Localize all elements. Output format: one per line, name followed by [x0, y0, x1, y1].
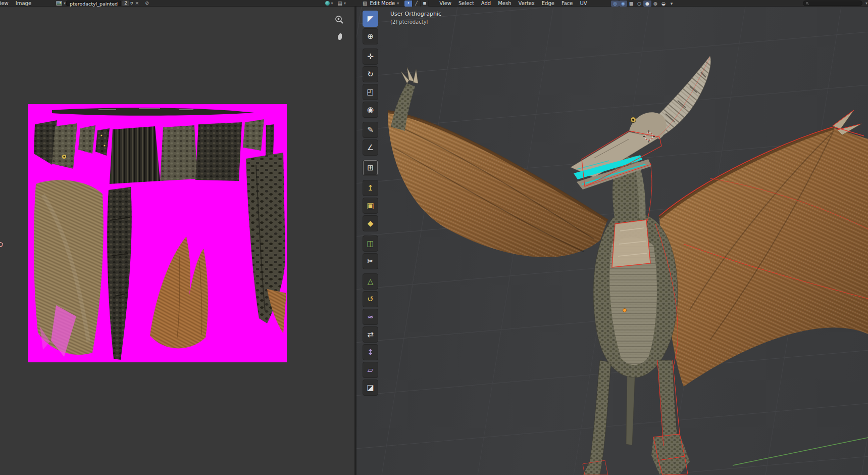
tool-smooth[interactable]: ≈: [363, 309, 378, 325]
edit-mode-icon: ▧: [363, 0, 367, 7]
object-origin-dot: [623, 309, 627, 312]
zoom-in-icon[interactable]: [334, 15, 344, 25]
tool-select-box[interactable]: ◤: [363, 11, 378, 27]
mode-selector[interactable]: ▧ Edit Mode ▾: [362, 0, 399, 7]
tool-cursor[interactable]: ⊕: [363, 28, 378, 44]
shading-rendered-icon[interactable]: ◒: [659, 1, 668, 7]
menu-face[interactable]: Face: [558, 1, 577, 6]
tool-annotate[interactable]: ✎: [363, 122, 378, 138]
blender-window: ViewImage ▾ pterodactyl_painted 2 ⌂ × ⊘ …: [0, 0, 868, 475]
tool-extrude-region[interactable]: ↥: [363, 180, 378, 196]
tool-knife[interactable]: ✂: [363, 253, 378, 269]
header-more-icon[interactable]: ▾: [865, 1, 867, 6]
menu-vertex[interactable]: Vertex: [515, 1, 538, 6]
image-datablock-icon[interactable]: [56, 1, 62, 6]
face-select-button[interactable]: ◼: [421, 1, 429, 7]
tool-shrink-fatten-icon: ↕: [367, 349, 374, 356]
refresh-chevron-icon[interactable]: ▾: [331, 1, 333, 6]
mode-label: Edit Mode: [370, 1, 395, 6]
editor-nav-controls: [333, 15, 345, 41]
shading-solid-icon[interactable]: ●: [643, 1, 651, 7]
tool-poly-build-icon: △: [368, 278, 374, 286]
shading-wireframe-icon[interactable]: ○: [635, 1, 643, 7]
viewport-3d[interactable]: User Orthographic (2) pterodactyl ◤⊕✛↻◰◉…: [356, 7, 868, 475]
tool-add-cube-icon: ⊞: [367, 164, 374, 172]
pin-icon[interactable]: ⊘: [145, 0, 149, 7]
tool-poly-build[interactable]: △: [363, 273, 378, 290]
shading-material-icon[interactable]: ◍: [651, 1, 659, 7]
menu-edge[interactable]: Edge: [538, 1, 558, 6]
tool-measure-icon: ∠: [367, 144, 374, 152]
display-channels-icon[interactable]: ▤: [338, 0, 342, 7]
tool-shrink-fatten[interactable]: ↕: [363, 344, 378, 360]
tool-extrude-region-icon: ↥: [367, 184, 374, 192]
pan-hand-icon[interactable]: [334, 31, 344, 41]
users-count-button[interactable]: 2: [122, 1, 129, 6]
tool-bevel-icon: ◆: [368, 220, 374, 227]
tool-add-cube[interactable]: ⊞: [363, 160, 378, 176]
menu-select[interactable]: Select: [455, 1, 478, 6]
tool-shear[interactable]: ▱: [363, 362, 378, 378]
head: [571, 56, 710, 189]
unlink-button[interactable]: ×: [135, 0, 139, 7]
tool-edge-slide-icon: ⇄: [367, 331, 374, 339]
left-wing: [388, 67, 607, 257]
uv-image-editor[interactable]: [0, 7, 354, 475]
viewport-canvas: [356, 7, 868, 475]
menu-view[interactable]: View: [436, 1, 455, 6]
refresh-orb-icon[interactable]: [325, 1, 330, 6]
search-box[interactable]: [803, 1, 862, 6]
channels-chevron-icon[interactable]: ▾: [344, 1, 346, 6]
tool-measure[interactable]: ∠: [363, 139, 378, 156]
tool-transform[interactable]: ◉: [363, 102, 378, 118]
uv-editor-header: ViewImage ▾ pterodactyl_painted 2 ⌂ × ⊘ …: [0, 0, 354, 7]
tail: [626, 368, 635, 445]
uv-image[interactable]: [28, 104, 287, 362]
tool-rip-region-icon: ◪: [367, 384, 374, 392]
tool-transform-icon: ◉: [367, 106, 374, 114]
menu-add[interactable]: Add: [478, 1, 494, 6]
tool-bevel[interactable]: ◆: [363, 215, 378, 231]
tool-shear-icon: ▱: [368, 366, 374, 374]
tool-edge-slide[interactable]: ⇄: [363, 326, 378, 343]
tool-scale[interactable]: ◰: [363, 84, 378, 100]
shading-dropdown-icon[interactable]: ▾: [668, 1, 676, 7]
mode-chevron-icon: ▾: [397, 1, 399, 6]
cursor-2d: [0, 242, 3, 247]
show-overlays-icon[interactable]: ◉: [619, 1, 627, 7]
toggle-xray-icon[interactable]: ▩: [627, 1, 635, 7]
menu-mesh[interactable]: Mesh: [494, 1, 515, 6]
active-object-label: (2) pterodactyl: [390, 19, 428, 25]
uv-header-right-cluster: ▾ ▤ ▾: [324, 0, 346, 7]
viewport-header-icons: ◎◉▩○●◍◒▾: [611, 1, 676, 7]
tool-loop-cut[interactable]: ◫: [363, 235, 378, 252]
tool-spin-icon: ↺: [367, 296, 374, 303]
vertex-select-button[interactable]: •: [404, 1, 413, 7]
search-input[interactable]: [809, 1, 859, 7]
axis-y-green: [733, 438, 868, 465]
edge-select-button[interactable]: ╱: [413, 1, 421, 7]
select-mode-buttons: •╱◼: [404, 1, 429, 7]
show-gizmo-icon[interactable]: ◎: [611, 1, 619, 7]
tool-smooth-icon: ≈: [367, 313, 374, 321]
menu-view[interactable]: View: [0, 1, 12, 6]
tool-inset-faces-icon: ▣: [367, 202, 374, 210]
tool-move[interactable]: ✛: [363, 49, 378, 65]
uv-menubar: ViewImage: [0, 1, 35, 6]
tool-rip-region[interactable]: ◪: [363, 379, 378, 396]
toolbar: ◤⊕✛↻◰◉✎∠⊞↥▣◆◫✂△↺≈⇄↕▱◪: [363, 7, 378, 475]
uv-texture-canvas: [28, 104, 287, 362]
tool-rotate[interactable]: ↻: [363, 66, 378, 82]
menu-image[interactable]: Image: [12, 1, 35, 6]
pterodactyl-model[interactable]: [388, 56, 868, 475]
image-name-field[interactable]: pterodactyl_painted: [66, 1, 121, 6]
tool-inset-faces[interactable]: ▣: [363, 198, 378, 214]
image-datablock-selector: ▾ pterodactyl_painted 2 ⌂ × ⊘: [55, 0, 150, 7]
menu-uv[interactable]: UV: [577, 1, 591, 6]
top-header-bar: ViewImage ▾ pterodactyl_painted 2 ⌂ × ⊘ …: [0, 0, 868, 7]
tool-select-box-icon: ◤: [368, 15, 374, 23]
tool-spin[interactable]: ↺: [363, 291, 378, 307]
shield-icon[interactable]: ⌂: [130, 0, 133, 7]
image-browse-chevron-icon[interactable]: ▾: [64, 1, 66, 6]
chest-plate-face: [612, 220, 650, 267]
